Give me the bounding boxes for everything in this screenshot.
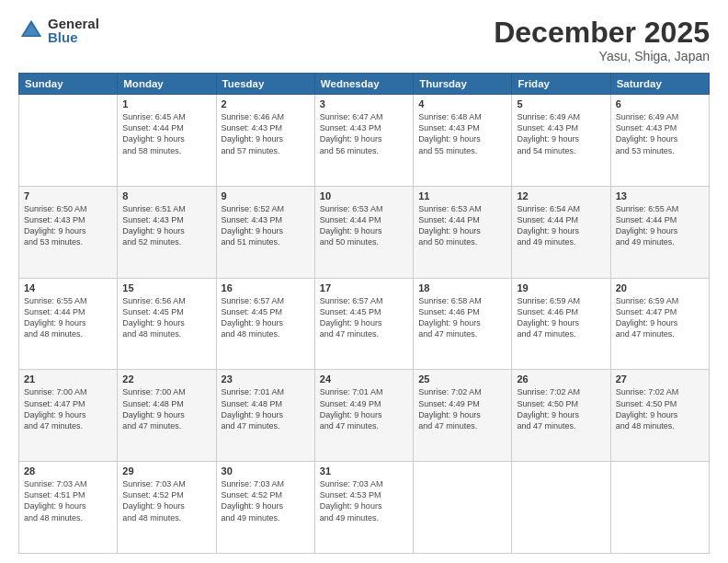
day-number: 13	[616, 190, 704, 201]
weekday-header-saturday: Saturday	[610, 74, 709, 95]
logo-blue-text: Blue	[48, 30, 99, 44]
day-info: Sunrise: 6:49 AM Sunset: 4:43 PM Dayligh…	[517, 111, 605, 156]
day-info: Sunrise: 7:03 AM Sunset: 4:53 PM Dayligh…	[320, 478, 408, 523]
logo-general-text: General	[48, 17, 99, 30]
calendar-week-1: 1Sunrise: 6:45 AM Sunset: 4:44 PM Daylig…	[19, 95, 710, 187]
calendar-cell: 3Sunrise: 6:47 AM Sunset: 4:43 PM Daylig…	[314, 95, 413, 187]
day-number: 6	[616, 98, 704, 109]
calendar-cell: 8Sunrise: 6:51 AM Sunset: 4:43 PM Daylig…	[118, 186, 216, 278]
calendar-cell: 17Sunrise: 6:57 AM Sunset: 4:45 PM Dayli…	[314, 278, 413, 370]
day-number: 24	[320, 373, 408, 385]
day-number: 23	[222, 373, 310, 385]
day-info: Sunrise: 6:51 AM Sunset: 4:43 PM Dayligh…	[122, 203, 210, 248]
day-number: 11	[418, 190, 506, 201]
day-info: Sunrise: 6:53 AM Sunset: 4:44 PM Dayligh…	[320, 203, 408, 248]
day-info: Sunrise: 7:03 AM Sunset: 4:51 PM Dayligh…	[24, 478, 112, 523]
calendar-cell: 24Sunrise: 7:01 AM Sunset: 4:49 PM Dayli…	[314, 370, 413, 462]
calendar-cell: 15Sunrise: 6:56 AM Sunset: 4:45 PM Dayli…	[118, 278, 216, 370]
day-number: 18	[418, 282, 506, 293]
calendar-cell: 28Sunrise: 7:03 AM Sunset: 4:51 PM Dayli…	[19, 462, 118, 554]
weekday-header-sunday: Sunday	[19, 74, 118, 95]
calendar-header: SundayMondayTuesdayWednesdayThursdayFrid…	[19, 74, 710, 95]
day-info: Sunrise: 6:59 AM Sunset: 4:46 PM Dayligh…	[517, 295, 605, 340]
weekday-header-wednesday: Wednesday	[314, 74, 413, 95]
calendar-cell: 16Sunrise: 6:57 AM Sunset: 4:45 PM Dayli…	[216, 278, 314, 370]
calendar-cell: 29Sunrise: 7:03 AM Sunset: 4:52 PM Dayli…	[118, 462, 216, 554]
day-info: Sunrise: 6:53 AM Sunset: 4:44 PM Dayligh…	[418, 203, 506, 248]
calendar-cell: 10Sunrise: 6:53 AM Sunset: 4:44 PM Dayli…	[314, 186, 413, 278]
day-number: 7	[24, 190, 112, 201]
calendar-cell: 23Sunrise: 7:01 AM Sunset: 4:48 PM Dayli…	[216, 370, 314, 462]
calendar-week-5: 28Sunrise: 7:03 AM Sunset: 4:51 PM Dayli…	[19, 462, 710, 554]
day-info: Sunrise: 6:57 AM Sunset: 4:45 PM Dayligh…	[222, 295, 310, 340]
day-info: Sunrise: 7:03 AM Sunset: 4:52 PM Dayligh…	[122, 478, 210, 523]
calendar-cell: 6Sunrise: 6:49 AM Sunset: 4:43 PM Daylig…	[610, 95, 709, 187]
calendar-cell: 22Sunrise: 7:00 AM Sunset: 4:48 PM Dayli…	[118, 370, 216, 462]
day-number: 25	[418, 373, 506, 385]
day-number: 5	[517, 98, 605, 109]
day-info: Sunrise: 6:59 AM Sunset: 4:47 PM Dayligh…	[616, 295, 704, 340]
day-number: 31	[320, 465, 408, 477]
calendar-cell: 26Sunrise: 7:02 AM Sunset: 4:50 PM Dayli…	[512, 370, 610, 462]
logo-text: General Blue	[48, 17, 99, 44]
calendar-cell: 4Sunrise: 6:48 AM Sunset: 4:43 PM Daylig…	[414, 95, 512, 187]
calendar-cell: 19Sunrise: 6:59 AM Sunset: 4:46 PM Dayli…	[512, 278, 610, 370]
day-info: Sunrise: 6:45 AM Sunset: 4:44 PM Dayligh…	[122, 111, 210, 156]
calendar-cell: 31Sunrise: 7:03 AM Sunset: 4:53 PM Dayli…	[314, 462, 413, 554]
day-info: Sunrise: 7:00 AM Sunset: 4:48 PM Dayligh…	[122, 386, 210, 431]
logo-icon	[18, 17, 44, 43]
day-number: 27	[616, 373, 704, 385]
day-number: 17	[320, 282, 408, 293]
month-title: December 2025	[494, 17, 710, 49]
day-number: 21	[24, 373, 112, 385]
calendar-cell: 5Sunrise: 6:49 AM Sunset: 4:43 PM Daylig…	[512, 95, 610, 187]
day-info: Sunrise: 6:52 AM Sunset: 4:43 PM Dayligh…	[222, 203, 310, 248]
calendar-cell: 20Sunrise: 6:59 AM Sunset: 4:47 PM Dayli…	[610, 278, 709, 370]
day-info: Sunrise: 7:02 AM Sunset: 4:49 PM Dayligh…	[418, 386, 506, 431]
calendar-cell: 9Sunrise: 6:52 AM Sunset: 4:43 PM Daylig…	[216, 186, 314, 278]
day-number: 14	[24, 282, 112, 293]
day-number: 12	[517, 190, 605, 201]
calendar-week-2: 7Sunrise: 6:50 AM Sunset: 4:43 PM Daylig…	[19, 186, 710, 278]
calendar-cell: 18Sunrise: 6:58 AM Sunset: 4:46 PM Dayli…	[414, 278, 512, 370]
day-info: Sunrise: 6:57 AM Sunset: 4:45 PM Dayligh…	[320, 295, 408, 340]
weekday-header-row: SundayMondayTuesdayWednesdayThursdayFrid…	[19, 74, 710, 95]
calendar-week-4: 21Sunrise: 7:00 AM Sunset: 4:47 PM Dayli…	[19, 370, 710, 462]
title-block: December 2025 Yasu, Shiga, Japan	[494, 17, 710, 63]
calendar-cell: 11Sunrise: 6:53 AM Sunset: 4:44 PM Dayli…	[414, 186, 512, 278]
calendar-cell: 2Sunrise: 6:46 AM Sunset: 4:43 PM Daylig…	[216, 95, 314, 187]
calendar-body: 1Sunrise: 6:45 AM Sunset: 4:44 PM Daylig…	[19, 95, 710, 554]
day-number: 28	[24, 465, 112, 477]
day-number: 20	[616, 282, 704, 293]
weekday-header-thursday: Thursday	[414, 74, 512, 95]
day-info: Sunrise: 7:02 AM Sunset: 4:50 PM Dayligh…	[517, 386, 605, 431]
calendar-cell: 21Sunrise: 7:00 AM Sunset: 4:47 PM Dayli…	[19, 370, 118, 462]
day-info: Sunrise: 6:55 AM Sunset: 4:44 PM Dayligh…	[24, 295, 112, 340]
day-info: Sunrise: 7:03 AM Sunset: 4:52 PM Dayligh…	[222, 478, 310, 523]
day-info: Sunrise: 6:54 AM Sunset: 4:44 PM Dayligh…	[517, 203, 605, 248]
day-number: 19	[517, 282, 605, 293]
location-title: Yasu, Shiga, Japan	[494, 49, 710, 63]
weekday-header-friday: Friday	[512, 74, 610, 95]
page: General Blue December 2025 Yasu, Shiga, …	[0, 0, 728, 563]
day-info: Sunrise: 6:56 AM Sunset: 4:45 PM Dayligh…	[122, 295, 210, 340]
day-number: 22	[122, 373, 210, 385]
calendar-cell: 1Sunrise: 6:45 AM Sunset: 4:44 PM Daylig…	[118, 95, 216, 187]
day-number: 16	[222, 282, 310, 293]
calendar-cell	[610, 462, 709, 554]
day-number: 2	[222, 98, 310, 109]
calendar-table: SundayMondayTuesdayWednesdayThursdayFrid…	[18, 73, 710, 554]
day-number: 10	[320, 190, 408, 201]
logo: General Blue	[18, 17, 99, 44]
calendar-cell: 14Sunrise: 6:55 AM Sunset: 4:44 PM Dayli…	[19, 278, 118, 370]
day-info: Sunrise: 6:47 AM Sunset: 4:43 PM Dayligh…	[320, 111, 408, 156]
day-number: 26	[517, 373, 605, 385]
day-number: 9	[222, 190, 310, 201]
day-info: Sunrise: 6:48 AM Sunset: 4:43 PM Dayligh…	[418, 111, 506, 156]
day-number: 8	[122, 190, 210, 201]
header: General Blue December 2025 Yasu, Shiga, …	[18, 17, 710, 63]
day-number: 1	[122, 98, 210, 109]
day-info: Sunrise: 7:01 AM Sunset: 4:48 PM Dayligh…	[222, 386, 310, 431]
day-info: Sunrise: 6:49 AM Sunset: 4:43 PM Dayligh…	[616, 111, 704, 156]
calendar-cell: 13Sunrise: 6:55 AM Sunset: 4:44 PM Dayli…	[610, 186, 709, 278]
